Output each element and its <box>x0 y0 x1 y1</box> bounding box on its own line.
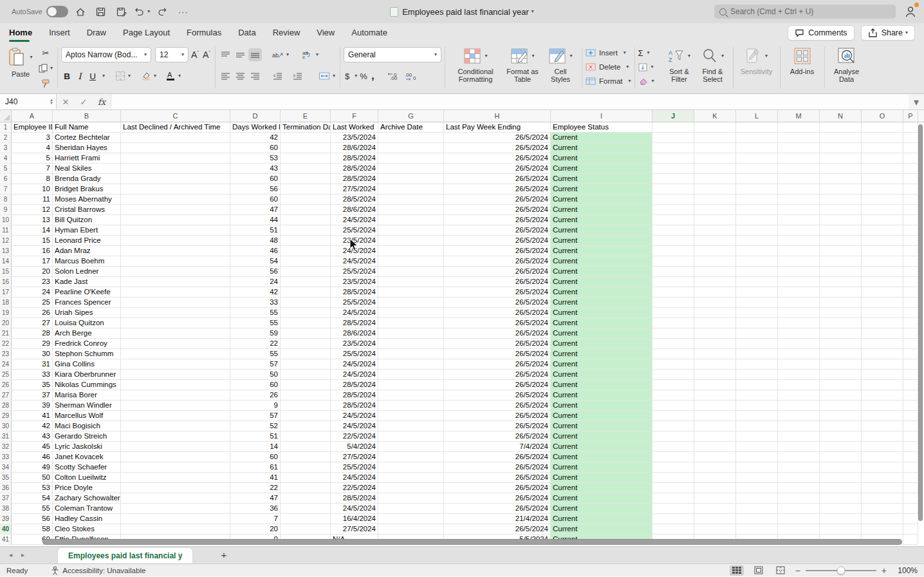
row-header-14[interactable]: 14 <box>0 256 12 267</box>
decrease-indent-icon[interactable] <box>271 70 284 82</box>
save-icon[interactable] <box>93 4 109 19</box>
grid-cell[interactable]: Cortez Bechtelar <box>53 133 121 143</box>
grid-cell[interactable] <box>736 328 778 339</box>
grid-cell[interactable]: Gina Collins <box>53 359 121 370</box>
grid-cell[interactable] <box>778 339 820 349</box>
grid-cell[interactable] <box>736 184 778 194</box>
increase-font-icon[interactable]: Aˆ <box>190 48 200 61</box>
grid-cell[interactable] <box>903 318 918 328</box>
grid-cell[interactable] <box>652 122 694 133</box>
grid-cell[interactable] <box>652 194 694 205</box>
share-button[interactable]: Share ▾ <box>861 25 915 41</box>
grid-cell[interactable] <box>736 359 778 370</box>
grid-cell[interactable]: 55 <box>12 504 53 514</box>
grid-cell[interactable] <box>694 452 736 462</box>
grid-cell[interactable] <box>903 349 918 359</box>
insert-function-icon[interactable]: fx <box>93 94 111 109</box>
grid-cell[interactable]: 3 <box>12 133 53 143</box>
grid-cell[interactable]: Arch Berge <box>53 328 121 339</box>
grid-cell[interactable]: Current <box>551 452 652 462</box>
grid-cell[interactable]: 28/5/2024 <box>331 194 378 205</box>
grid-cell[interactable] <box>778 380 820 390</box>
grid-cell[interactable]: 26/5/2024 <box>444 380 551 390</box>
grid-cell[interactable] <box>652 339 694 349</box>
grid-cell[interactable] <box>378 174 444 184</box>
grid-cell[interactable]: 23 <box>12 277 53 287</box>
grid-cell[interactable]: 23/5/2024 <box>331 277 378 287</box>
grid-cell[interactable]: 47 <box>230 205 281 215</box>
grid-cell[interactable]: 23/5/2024 <box>331 339 378 349</box>
row-header-8[interactable]: 8 <box>0 194 12 205</box>
grid-cell[interactable] <box>903 194 918 205</box>
grid-cell[interactable] <box>736 318 778 328</box>
wrap-text-dropdown-icon[interactable]: ▾ <box>316 52 319 57</box>
grid-cell[interactable]: 26/5/2024 <box>444 483 551 493</box>
grid-cell[interactable]: Full Name <box>53 122 121 133</box>
grid-cell[interactable] <box>862 143 903 153</box>
currency-dropdown-icon[interactable]: ▾ <box>355 73 357 79</box>
grid-cell[interactable] <box>903 524 918 534</box>
grid-cell[interactable]: Current <box>551 473 652 483</box>
grid-cell[interactable] <box>778 298 820 308</box>
grid-cell[interactable]: 25/5/2024 <box>331 462 378 473</box>
grid-cell[interactable]: Current <box>551 359 652 370</box>
grid-cell[interactable]: Neal Skiles <box>53 164 121 174</box>
merge-dropdown-icon[interactable]: ▾ <box>333 73 335 79</box>
grid-cell[interactable] <box>736 411 778 421</box>
grid-cell[interactable]: 60 <box>230 194 281 205</box>
grid-cell[interactable] <box>378 411 444 421</box>
undo-icon[interactable]: ▾ <box>134 4 151 19</box>
grid-cell[interactable] <box>694 524 736 534</box>
paste-button[interactable]: ▾ Paste <box>4 45 37 90</box>
grid-cell[interactable] <box>778 277 820 287</box>
grid-cell[interactable]: 26/5/2024 <box>444 524 551 534</box>
wrap-text-icon[interactable]: abc▾ <box>300 48 320 61</box>
grid-cell[interactable]: 26/5/2024 <box>444 339 551 349</box>
expand-formula-bar-icon[interactable]: ▾ <box>909 94 924 109</box>
grid-cell[interactable] <box>281 256 331 267</box>
grid-cell[interactable]: 54 <box>230 256 281 267</box>
grid-cell[interactable] <box>121 287 230 298</box>
grid-cell[interactable]: 26/5/2024 <box>444 225 551 236</box>
grid-cell[interactable] <box>903 153 918 164</box>
column-header-F[interactable]: F <box>331 110 378 122</box>
grid-cell[interactable] <box>903 122 918 133</box>
grid-cell[interactable] <box>281 267 331 277</box>
grid-cell[interactable] <box>378 370 444 380</box>
grid-cell[interactable] <box>281 421 331 431</box>
grid-cell[interactable]: 41 <box>230 473 281 483</box>
grid-cell[interactable]: Adan Mraz <box>53 246 121 256</box>
tab-draw[interactable]: Draw <box>87 23 106 42</box>
grid-cell[interactable]: Termination Date <box>281 122 331 133</box>
row-header-41[interactable]: 41 <box>0 534 12 545</box>
grid-cell[interactable] <box>736 246 778 256</box>
grid-cell[interactable] <box>378 205 444 215</box>
grid-cell[interactable] <box>862 133 903 143</box>
grid-cell[interactable] <box>378 184 444 194</box>
grid-cell[interactable] <box>378 514 444 524</box>
grid-cell[interactable]: 26/5/2024 <box>444 431 551 442</box>
grid-cell[interactable] <box>820 390 862 401</box>
grid-cell[interactable]: 9 <box>230 401 281 411</box>
grid-cell[interactable] <box>652 246 694 256</box>
grid-cell[interactable]: Current <box>551 493 652 504</box>
grid-cell[interactable] <box>903 534 918 545</box>
grid-cell[interactable] <box>903 277 918 287</box>
grid-cell[interactable] <box>121 298 230 308</box>
grid-cell[interactable] <box>820 122 862 133</box>
sheet-prev-icon[interactable]: ◂ <box>9 551 12 558</box>
grid-cell[interactable] <box>694 143 736 153</box>
grid-cell[interactable]: 26/5/2024 <box>444 349 551 359</box>
grid-cell[interactable] <box>281 277 331 287</box>
row-header-6[interactable]: 6 <box>0 174 12 184</box>
grid-cell[interactable] <box>652 421 694 431</box>
grid-cell[interactable] <box>820 298 862 308</box>
grid-cell[interactable] <box>862 442 903 452</box>
grid-cell[interactable]: Scotty Schaefer <box>53 462 121 473</box>
grid-cell[interactable] <box>121 411 230 421</box>
grid-cell[interactable] <box>694 236 736 246</box>
grid-cell[interactable]: Last Declined / Archived Time <box>121 122 230 133</box>
row-header-20[interactable]: 20 <box>0 318 12 328</box>
grid-cell[interactable] <box>652 328 694 339</box>
align-top-icon[interactable] <box>219 48 232 61</box>
